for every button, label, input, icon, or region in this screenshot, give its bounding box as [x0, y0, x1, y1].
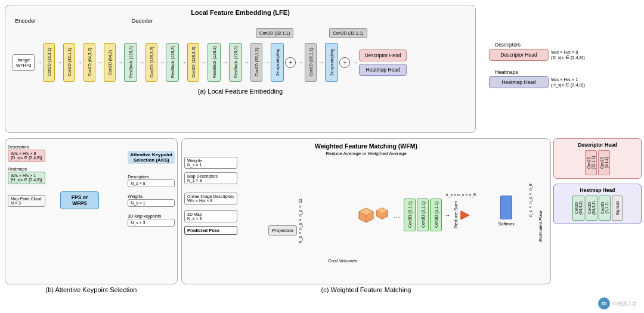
- cube-2: [376, 207, 389, 220]
- wfm-map-desc-box: Map DescriptorsN_s × 8: [184, 172, 237, 184]
- wfm-weights-box: WeightsN_s × 1: [184, 157, 237, 169]
- aks-heat-box: W/s × H/s × 1{H_s|s ∈ {2,4,8}}: [8, 172, 45, 184]
- softmax-bar: [500, 196, 512, 219]
- arrow-11: →: [243, 59, 249, 66]
- right-heat-head-title: Heatmap Head: [557, 187, 638, 193]
- lfe-outputs: Descriptors Descriptor Head W/s × H/s × …: [489, 42, 632, 88]
- block-conv2d-4: Con2D (64,3): [104, 43, 116, 82]
- block-conv2d-2: Con2D (32,1,1): [63, 43, 75, 82]
- svg-marker-5: [461, 210, 469, 219]
- right-heads-detail: Descriptor Head Con2D (32,1,1) Con2D (8,…: [553, 138, 642, 224]
- watermark-text: 3D视觉工坊: [612, 300, 637, 307]
- aks-section: Descriptors W/s × H/s × 8{D_s|s ∈ {2,4,8…: [5, 138, 178, 293]
- encoder-label: Encoder: [15, 17, 36, 24]
- fps-box: FPS or WFPS: [60, 191, 99, 209]
- block-resblock-4: ResBlock (128,3): [229, 43, 242, 82]
- block-conv2d-7: Con2D (32,1,1): [250, 43, 262, 82]
- descriptor-output-2: {D_s|s ∈ {2,4,8}}: [551, 55, 585, 60]
- aks-heat-label: Heatmaps: [8, 167, 45, 171]
- image-input: ImageW×H×3: [13, 54, 35, 71]
- lfe-top-block-2: Con2D (32,1,1): [329, 28, 367, 38]
- projection-box: Projection: [268, 225, 297, 235]
- arrow-reduce: →: [445, 212, 450, 218]
- arrow-1: →: [36, 59, 42, 66]
- watermark: 3D 3D视觉工坊: [598, 297, 637, 309]
- arrow-6: →: [138, 59, 144, 66]
- watermark-logo: 3D: [598, 297, 610, 309]
- block-resblock-2: ResBlock (128,3): [166, 43, 179, 82]
- plus-circle-1: +: [285, 57, 296, 68]
- reduce-label: Reduce Average or Weighted Average: [185, 151, 547, 156]
- block-conv2d-5: Con2D (128,3,2): [145, 43, 157, 82]
- aks-map-box: Map Point CloudN × 3: [8, 195, 45, 207]
- arrow-14: →: [318, 59, 324, 66]
- wfm-section: Weighted Feature Matching (WFM) Reduce A…: [181, 138, 551, 293]
- reduce-sum-icon: [460, 210, 470, 221]
- aks-out-3d-label: 3D Map keypoints: [128, 214, 175, 218]
- dim-label: N_s × n_s × n_s × 32: [298, 199, 302, 243]
- lfe-top-block-1: Con2D (32,1,1): [256, 28, 293, 38]
- wfm-caption: (c) Weighted Feature Matching: [181, 286, 551, 293]
- block-conv2d-3: Con2D (64,3,2): [83, 43, 95, 82]
- output-dim-label: n_s × n_s × n_θ: [446, 193, 476, 197]
- block-conv2d-6: Con2D (128,3,2): [187, 43, 199, 82]
- cube-1: [358, 207, 374, 224]
- main-container: Local Feature Embedding (LFE) Encoder De…: [0, 0, 644, 313]
- lfe-section: Local Feature Embedding (LFE) Encoder De…: [5, 5, 476, 133]
- aks-desc-label: Descriptors: [8, 145, 45, 149]
- plus-circle-2: +: [339, 57, 350, 68]
- estimated-pose-label: Estimated Pose: [538, 210, 543, 242]
- arrow-4: →: [97, 59, 103, 66]
- arrow-15: →: [352, 59, 358, 66]
- aks-out-desc-label: Descriptors: [128, 175, 175, 179]
- aks-out-desc-box: N_s × 8: [128, 179, 175, 187]
- heatmap-output-2: {H_s|s ∈ {2,4,8}}: [551, 82, 585, 88]
- descriptor-head-lfe: Descriptor Head: [359, 49, 406, 61]
- arrow-7: →: [159, 59, 165, 66]
- con3d-1: Con3D (8,1,1): [404, 199, 416, 231]
- arrow-8: →: [180, 59, 186, 66]
- block-resblock-3: ResBlock (128,3): [208, 43, 221, 82]
- right-heat-block-4: Sigmoid: [612, 196, 623, 221]
- right-desc-block-1: Con2D (32,1,1): [585, 150, 597, 175]
- lfe-title: Local Feature Embedding (LFE): [10, 9, 470, 16]
- aks-caption: (b) Attentive Keypoint Selection: [5, 286, 178, 293]
- softmax-label: Softmax: [498, 221, 515, 227]
- heatmap-output-1: W/s × H/s × 1: [551, 77, 585, 82]
- arrow-3: →: [76, 59, 82, 66]
- block-resblock-1: ResBlock (128,3): [124, 43, 137, 82]
- wfm-online-desc-box: Online Image DescriptorsW/s × H/s × 8: [184, 193, 237, 204]
- descriptors-label-top: Descriptors: [495, 42, 632, 48]
- arrow-9: →: [200, 59, 206, 66]
- arrow-13: →: [298, 59, 304, 66]
- right-desc-head-title: Descriptor Head: [557, 142, 638, 148]
- aks-out-weight-label: Weights: [128, 194, 175, 199]
- output-dim2: n_s × n_s × n_θ: [528, 184, 532, 217]
- right-heat-block-1: Con2D (64,3,1): [572, 196, 584, 221]
- lfe-caption: (a) Local Feature Embedding: [10, 88, 470, 95]
- aks-out-weight-box: N_s × 1: [128, 199, 175, 207]
- aks-title: Attentive KeypointSelection (AKS): [128, 151, 175, 168]
- aks-desc-box: W/s × H/s × 8{D_s|s ∈ {2,4,8}}: [8, 150, 45, 162]
- block-conv2d-1: Con2D (16,3,1): [43, 43, 55, 82]
- predicted-pose-box: Predicted Pose: [184, 226, 237, 235]
- descriptor-head-right: Descriptor Head: [489, 49, 549, 61]
- con3d-3: Con3D (1,1,1): [430, 199, 442, 231]
- block-upsample-2: 2x upsampling: [325, 43, 338, 82]
- ellipsis: …: [394, 212, 400, 219]
- wfm-title: Weighted Feature Matching (WFM): [185, 142, 547, 150]
- cost-volumes-label: Cost Volumes: [328, 258, 357, 264]
- con3d-2: Con3D (8,1,1): [417, 199, 429, 231]
- block-upsample-1: 2x upsampling: [271, 43, 284, 82]
- heatmaps-label-top: Heatmaps: [495, 69, 632, 75]
- arrow-10: →: [222, 59, 228, 66]
- arrow-12: →: [264, 59, 270, 66]
- descriptor-output-1: W/s × H/s × 8: [551, 49, 585, 55]
- block-conv2d-8: Con2D (32,1,1): [305, 43, 317, 82]
- heatmap-head-right: Heatmap Head: [489, 76, 549, 88]
- right-desc-block-2: Con2D (8,1,1): [598, 150, 610, 175]
- arrow-2: →: [56, 59, 62, 66]
- reduce-sum-label: Reduce Sum: [453, 201, 459, 228]
- wfm-3d-map-box: 3D MapN_s × 3: [184, 210, 237, 222]
- decoder-label: Decoder: [131, 17, 153, 24]
